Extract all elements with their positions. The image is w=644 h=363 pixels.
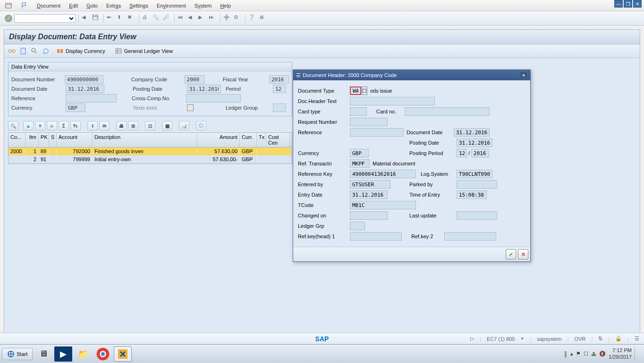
menu-goto[interactable]: Goto: [86, 3, 98, 9]
nav-back-icon[interactable]: ⬅: [107, 14, 115, 23]
menu-document[interactable]: DDocumentocument: [37, 3, 60, 9]
col-costcen[interactable]: Cost Cen: [266, 133, 290, 147]
dlg-field-posting-date[interactable]: [457, 138, 492, 147]
col-s[interactable]: S: [49, 133, 57, 147]
task-sap-icon[interactable]: [114, 346, 132, 362]
grid-row[interactable]: 2 91 799999 Initial entry-own 57.630,00-…: [8, 156, 292, 164]
col-description[interactable]: Description: [93, 133, 197, 147]
grid-btn-excel[interactable]: ⊞: [128, 121, 138, 130]
close-button[interactable]: ✕: [633, 0, 642, 8]
grid-btn-chart[interactable]: 📊: [179, 121, 189, 130]
grid-btn-subtotal[interactable]: ⅗: [70, 121, 81, 130]
dlg-field-reference[interactable]: [350, 128, 404, 137]
field-cross-comp[interactable]: [186, 94, 241, 103]
command-field[interactable]: [14, 14, 76, 23]
dlg-field-tcode[interactable]: [350, 201, 416, 209]
dlg-field-entry-date[interactable]: [350, 190, 388, 199]
menu-home-icon[interactable]: [5, 2, 12, 9]
dlg-field-currency[interactable]: [350, 149, 369, 157]
task-powershell-icon[interactable]: ▶: [54, 346, 72, 362]
dlg-field-request-number[interactable]: [350, 118, 388, 126]
task-chrome-icon[interactable]: [94, 346, 112, 362]
dialog-close-button[interactable]: ✕: [520, 71, 527, 79]
field-currency[interactable]: [66, 104, 85, 112]
grid-btn-export[interactable]: ⬇: [87, 121, 98, 130]
find-icon[interactable]: 🔍: [153, 14, 161, 23]
menu-help[interactable]: Help: [220, 3, 231, 9]
find-next-icon[interactable]: 🔎: [163, 14, 171, 23]
grid-btn-filter[interactable]: ⎌: [47, 121, 57, 130]
nav-cancel-icon[interactable]: ✖: [127, 14, 136, 23]
next-page-icon[interactable]: ▶: [198, 14, 207, 23]
dlg-field-log-system[interactable]: [457, 170, 492, 178]
col-co[interactable]: Co...: [8, 133, 25, 147]
grid-btn-details[interactable]: 🔍: [8, 121, 18, 130]
status-arrow[interactable]: ▷: [470, 336, 474, 342]
dlg-field-parked-by[interactable]: [457, 180, 497, 189]
dlg-field-card-no[interactable]: [405, 107, 490, 116]
dlg-field-header-text[interactable]: [350, 97, 435, 105]
col-tx[interactable]: Tx: [257, 133, 266, 147]
dlg-field-last-update[interactable]: [457, 211, 497, 220]
help-icon[interactable]: ❓: [248, 14, 257, 23]
status-icon-2[interactable]: 🔓: [615, 336, 622, 342]
dlg-field-posting-period-2[interactable]: [471, 149, 489, 157]
prev-page-icon[interactable]: ◀: [188, 14, 196, 23]
dlg-field-ledger-grp[interactable]: [350, 222, 365, 230]
status-icon-1[interactable]: ⇅: [598, 336, 602, 342]
field-doc-number[interactable]: [65, 75, 103, 84]
dialog-titlebar[interactable]: ☰ Document Header: 2000 Company Code ✕: [293, 70, 530, 80]
tray-sound-icon[interactable]: 🔇: [599, 351, 606, 357]
print-icon[interactable]: 🖨: [142, 14, 151, 23]
task-explorer-icon[interactable]: 📁: [74, 346, 92, 362]
dlg-field-ref-transactn[interactable]: [350, 159, 370, 168]
maximize-button[interactable]: ❐: [624, 0, 632, 8]
menu-system[interactable]: System: [195, 3, 212, 9]
dlg-field-ref-key-1[interactable]: [350, 232, 402, 241]
dlg-field-changed-on[interactable]: [350, 211, 388, 220]
new-session-icon[interactable]: ➕: [223, 14, 232, 23]
nav-exit-icon[interactable]: ⬆: [117, 14, 126, 23]
dlg-field-entered-by[interactable]: [350, 180, 390, 189]
tray-icon-2[interactable]: ☐: [584, 351, 588, 357]
grid-btn-print[interactable]: 🖶: [116, 121, 127, 130]
dialog-cancel-button[interactable]: ✕: [518, 249, 528, 259]
grid-btn-select[interactable]: ▦: [162, 121, 172, 130]
note-icon[interactable]: [19, 47, 27, 55]
grid-btn-info[interactable]: ⓘ: [196, 121, 206, 130]
minimize-button[interactable]: —: [614, 0, 623, 8]
task-server-icon[interactable]: 🖥: [34, 346, 52, 362]
dlg-field-doc-type[interactable]: [350, 86, 361, 95]
grid-row[interactable]: 2000 1 89 792000 Finished goods inven 57…: [8, 147, 292, 156]
dlg-field-reference-key[interactable]: [350, 170, 416, 178]
dialog-ok-button[interactable]: ✓: [506, 249, 516, 259]
save-icon[interactable]: 💾: [92, 14, 101, 23]
glasses-icon[interactable]: [8, 47, 16, 55]
general-ledger-button[interactable]: General Ledger View: [112, 46, 176, 56]
col-curr[interactable]: Curr.: [240, 133, 257, 147]
menu-settings[interactable]: Settings: [129, 3, 148, 9]
f4-help-icon[interactable]: ☐: [362, 86, 367, 95]
refresh-icon[interactable]: [42, 47, 50, 55]
toolbar-check-icon[interactable]: ✓: [5, 15, 12, 22]
tray-clock[interactable]: 7:12 PM 1/29/2017: [609, 347, 632, 360]
dlg-field-card-type[interactable]: [350, 107, 367, 116]
layout-icon[interactable]: 🖥: [259, 14, 267, 23]
tray-show-desktop[interactable]: [635, 347, 638, 361]
grid-btn-layout[interactable]: ⊡: [145, 121, 155, 130]
menu-environment[interactable]: Environment: [157, 3, 186, 9]
dlg-field-posting-period-1[interactable]: [457, 149, 467, 157]
grid-btn-sort-desc[interactable]: ▼: [35, 121, 45, 130]
field-period[interactable]: [273, 85, 286, 93]
field-doc-date[interactable]: [66, 85, 104, 93]
col-account[interactable]: Account: [57, 133, 93, 147]
menu-edit[interactable]: Edit: [69, 3, 78, 9]
shortcut-icon[interactable]: ⚙: [234, 14, 242, 23]
first-page-icon[interactable]: ⏮: [178, 14, 186, 23]
grid-btn-total[interactable]: Σ: [59, 121, 69, 130]
menu-flag-icon[interactable]: [21, 2, 28, 9]
col-pk[interactable]: PK: [39, 133, 49, 147]
display-currency-button[interactable]: Display Currency: [53, 46, 108, 56]
field-company-code[interactable]: [185, 75, 204, 84]
col-amount[interactable]: Amount: [197, 133, 240, 147]
